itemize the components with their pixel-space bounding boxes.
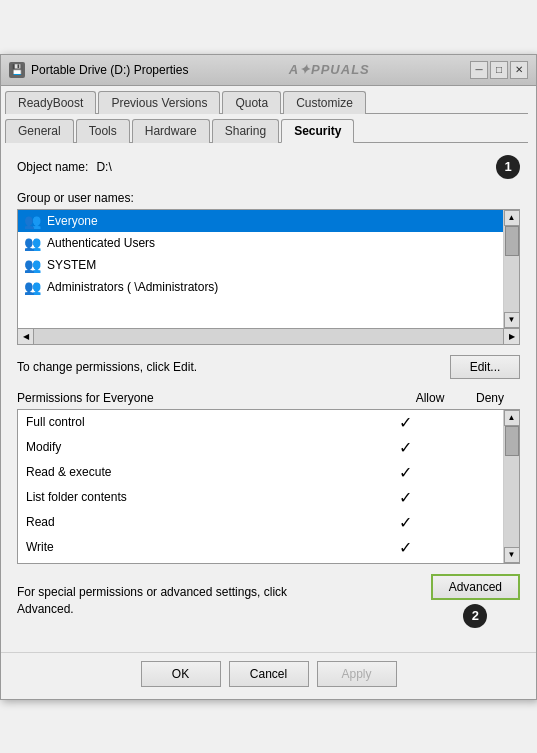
- content-area: Object name: D:\ 1 Group or user names: …: [1, 143, 536, 640]
- close-button[interactable]: ✕: [510, 61, 528, 79]
- perm-item-modify: Modify ✓: [18, 435, 503, 460]
- tab-hardware[interactable]: Hardware: [132, 119, 210, 143]
- tab-tools[interactable]: Tools: [76, 119, 130, 143]
- badge-1: 1: [496, 155, 520, 179]
- h-scroll-right-button[interactable]: ▶: [503, 328, 519, 344]
- advanced-text: For special permissions or advanced sett…: [17, 584, 317, 618]
- advanced-row: For special permissions or advanced sett…: [17, 574, 520, 628]
- ok-button[interactable]: OK: [141, 661, 221, 687]
- change-perm-row: To change permissions, click Edit. Edit.…: [17, 355, 520, 379]
- user-list: 👥 Everyone 👥 Authenticated Users 👥 SYSTE…: [18, 210, 503, 328]
- perm-name-readexecute: Read & execute: [26, 465, 375, 479]
- h-scroll-left-button[interactable]: ◀: [18, 328, 34, 344]
- edit-button[interactable]: Edit...: [450, 355, 520, 379]
- h-scroll-container: ◀ ▶: [17, 329, 520, 345]
- tab-security[interactable]: Security: [281, 119, 354, 143]
- window-title: Portable Drive (D:) Properties: [31, 63, 188, 77]
- perm-name-write: Write: [26, 540, 375, 554]
- perm-header-allow: Allow: [400, 391, 460, 405]
- perm-header-name: Permissions for Everyone: [17, 391, 400, 405]
- perm-scroll-thumb[interactable]: [505, 426, 519, 456]
- title-bar-buttons: ─ □ ✕: [470, 61, 528, 79]
- perm-item-fullcontrol: Full control ✓: [18, 410, 503, 435]
- user-name-everyone: Everyone: [47, 214, 98, 228]
- perm-allow-fullcontrol: ✓: [375, 413, 435, 432]
- tab-quota[interactable]: Quota: [222, 91, 281, 114]
- user-list-container: 👥 Everyone 👥 Authenticated Users 👥 SYSTE…: [17, 209, 520, 329]
- scroll-up-button[interactable]: ▲: [504, 210, 520, 226]
- perm-allow-readexecute: ✓: [375, 463, 435, 482]
- perm-name-listfolder: List folder contents: [26, 490, 375, 504]
- perm-name-modify: Modify: [26, 440, 375, 454]
- change-perm-text: To change permissions, click Edit.: [17, 360, 197, 374]
- perm-item-readexecute: Read & execute ✓: [18, 460, 503, 485]
- user-icon-authenticated: 👥: [24, 235, 41, 251]
- perm-header-deny: Deny: [460, 391, 520, 405]
- cancel-button[interactable]: Cancel: [229, 661, 309, 687]
- tab-readyboost[interactable]: ReadyBoost: [5, 91, 96, 114]
- tab-general[interactable]: General: [5, 119, 74, 143]
- object-name-value: D:\: [96, 160, 111, 174]
- user-icon-system: 👥: [24, 257, 41, 273]
- scroll-thumb[interactable]: [505, 226, 519, 256]
- user-item-authenticated[interactable]: 👥 Authenticated Users: [18, 232, 503, 254]
- user-name-system: SYSTEM: [47, 258, 96, 272]
- title-bar: 💾 Portable Drive (D:) Properties A✦PPUAL…: [1, 55, 536, 86]
- object-name-label: Object name:: [17, 160, 88, 174]
- object-name-row: Object name: D:\ 1: [17, 155, 520, 179]
- perm-item-listfolder: List folder contents ✓: [18, 485, 503, 510]
- badge-2: 2: [463, 604, 487, 628]
- appuals-logo: A✦PPUALS: [289, 62, 370, 77]
- user-name-administrators: Administrators ( \Administrators): [47, 280, 218, 294]
- user-item-everyone[interactable]: 👥 Everyone: [18, 210, 503, 232]
- tab-row-2: General Tools Hardware Sharing Security: [5, 114, 532, 142]
- user-icon-administrators: 👥: [24, 279, 41, 295]
- user-item-administrators[interactable]: 👥 Administrators ( \Administrators): [18, 276, 503, 298]
- minimize-button[interactable]: ─: [470, 61, 488, 79]
- h-scroll-track: [34, 329, 503, 344]
- perm-allow-listfolder: ✓: [375, 488, 435, 507]
- perm-item-read: Read ✓: [18, 510, 503, 535]
- user-item-system[interactable]: 👥 SYSTEM: [18, 254, 503, 276]
- properties-window: 💾 Portable Drive (D:) Properties A✦PPUAL…: [0, 54, 537, 700]
- tab-sharing[interactable]: Sharing: [212, 119, 279, 143]
- perm-list: Full control ✓ Modify ✓ Read & execute ✓…: [18, 410, 503, 563]
- perm-allow-read: ✓: [375, 513, 435, 532]
- advanced-button[interactable]: Advanced: [431, 574, 520, 600]
- tab-customize[interactable]: Customize: [283, 91, 366, 114]
- title-bar-left: 💾 Portable Drive (D:) Properties: [9, 62, 188, 78]
- perm-item-write: Write ✓: [18, 535, 503, 560]
- perm-name-fullcontrol: Full control: [26, 415, 375, 429]
- perm-scroll-up-button[interactable]: ▲: [504, 410, 520, 426]
- tab-row-1: ReadyBoost Previous Versions Quota Custo…: [5, 90, 532, 113]
- scroll-track: [504, 226, 519, 312]
- permissions-header: Permissions for Everyone Allow Deny: [17, 389, 520, 407]
- apply-button[interactable]: Apply: [317, 661, 397, 687]
- user-icon-everyone: 👥: [24, 213, 41, 229]
- perm-scroll-down-button[interactable]: ▼: [504, 547, 520, 563]
- perm-allow-write: ✓: [375, 538, 435, 557]
- perm-list-scrollbar: ▲ ▼: [503, 410, 519, 563]
- perm-list-container: Full control ✓ Modify ✓ Read & execute ✓…: [17, 409, 520, 564]
- bottom-buttons: OK Cancel Apply: [1, 652, 536, 699]
- group-label: Group or user names:: [17, 191, 520, 205]
- window-icon: 💾: [9, 62, 25, 78]
- tab-previous-versions[interactable]: Previous Versions: [98, 91, 220, 114]
- maximize-button[interactable]: □: [490, 61, 508, 79]
- user-list-scrollbar: ▲ ▼: [503, 210, 519, 328]
- scroll-down-button[interactable]: ▼: [504, 312, 520, 328]
- perm-scroll-track: [504, 426, 519, 547]
- user-name-authenticated: Authenticated Users: [47, 236, 155, 250]
- perm-name-read: Read: [26, 515, 375, 529]
- perm-allow-modify: ✓: [375, 438, 435, 457]
- tabs-area: ReadyBoost Previous Versions Quota Custo…: [1, 86, 536, 143]
